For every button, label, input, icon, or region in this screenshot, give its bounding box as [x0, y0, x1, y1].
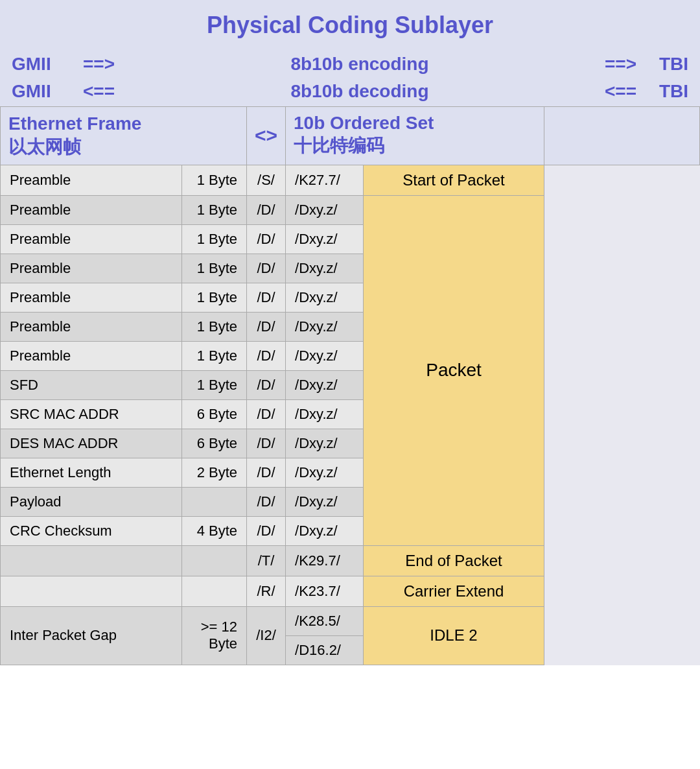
table-row: Preamble 1 Byte /D/ /Dxy.z/	[1, 224, 700, 254]
page-container: Physical Coding Sublayer GMII ==> 8b10b …	[0, 0, 700, 665]
header-desc-empty	[544, 107, 700, 165]
row-code2: /Dxy.z/	[286, 516, 364, 545]
row-code1: /D/	[247, 399, 286, 429]
row-code1: /S/	[247, 165, 286, 195]
table-row: DES MAC ADDR 6 Byte /D/ /Dxy.z/	[1, 429, 700, 458]
table-row: Preamble 1 Byte /D/ /Dxy.z/	[1, 312, 700, 341]
row-code1: /D/	[247, 312, 286, 341]
row-name: Preamble	[1, 195, 182, 224]
row-name: CRC Checksum	[1, 516, 182, 545]
row-size: 1 Byte	[182, 370, 247, 399]
row-code2: /Dxy.z/	[286, 224, 364, 254]
gmii-section: GMII ==> 8b10b encoding ==> TBI GMII <==…	[0, 48, 700, 106]
gmii-row-1: GMII ==> 8b10b encoding ==> TBI	[12, 51, 688, 78]
row-name: Preamble	[1, 224, 182, 254]
table-row: Preamble 1 Byte /D/ /Dxy.z/	[1, 254, 700, 283]
row-size: 6 Byte	[182, 399, 247, 429]
row-size: 1 Byte	[182, 195, 247, 224]
gmii-arrow-1: ==>	[83, 51, 135, 78]
gmii-row-2: GMII <== 8b10b decoding <== TBI	[12, 78, 688, 105]
main-title: Physical Coding Sublayer	[0, 12, 700, 39]
table-row: CRC Checksum 4 Byte /D/ /Dxy.z/	[1, 516, 700, 545]
row-code1: /D/	[247, 370, 286, 399]
inter-packet-gap-row: Inter Packet Gap >= 12 Byte /I2/ /K28.5/…	[1, 606, 700, 635]
row-name: Preamble	[1, 254, 182, 283]
row-name: Preamble	[1, 341, 182, 370]
row-size: 1 Byte	[182, 224, 247, 254]
gmii-label-2: GMII	[12, 78, 83, 105]
table-row: Preamble 1 Byte /D/ /Dxy.z/ Packet	[1, 195, 700, 224]
start-of-packet: Start of Packet	[364, 165, 544, 195]
row-name: Preamble	[1, 312, 182, 341]
row-name	[1, 576, 182, 606]
gmii-arrow2-2: <==	[585, 78, 636, 105]
row-code1: /D/	[247, 224, 286, 254]
table-row: Payload /D/ /Dxy.z/	[1, 487, 700, 516]
row-code1: /D/	[247, 254, 286, 283]
ipg-code2-1: /K28.5/	[286, 606, 364, 635]
row-size: 4 Byte	[182, 516, 247, 545]
row-code2: /Dxy.z/	[286, 195, 364, 224]
row-code2: /Dxy.z/	[286, 370, 364, 399]
row-name: DES MAC ADDR	[1, 429, 182, 458]
row-code2: /Dxy.z/	[286, 458, 364, 487]
table-row: /R/ /K23.7/ Carrier Extend	[1, 576, 700, 606]
row-size: 1 Byte	[182, 341, 247, 370]
row-code2: /Dxy.z/	[286, 312, 364, 341]
row-code2: /Dxy.z/	[286, 341, 364, 370]
row-code1: /R/	[247, 576, 286, 606]
header-arrow: <>	[247, 107, 286, 165]
table-row: Preamble 1 Byte /D/ /Dxy.z/	[1, 283, 700, 312]
row-code2: /K27.7/	[286, 165, 364, 195]
row-code2: /Dxy.z/	[286, 399, 364, 429]
gmii-encoding-2: 8b10b decoding	[135, 78, 585, 105]
gmii-arrow-2: <==	[83, 78, 135, 105]
ipg-code2-2: /D16.2/	[286, 635, 364, 665]
table-row: SRC MAC ADDR 6 Byte /D/ /Dxy.z/	[1, 399, 700, 429]
header-ordered: 10b Ordered Set 十比特编码	[286, 107, 544, 165]
end-of-packet: End of Packet	[364, 545, 544, 576]
row-code2: /Dxy.z/	[286, 283, 364, 312]
title-bar: Physical Coding Sublayer	[0, 0, 700, 48]
row-size: 1 Byte	[182, 312, 247, 341]
row-code1: /D/	[247, 487, 286, 516]
row-size: 1 Byte	[182, 254, 247, 283]
row-size: 1 Byte	[182, 165, 247, 195]
gmii-label-1: GMII	[12, 51, 83, 78]
gmii-tbi-2: TBI	[636, 78, 688, 105]
row-size: 2 Byte	[182, 458, 247, 487]
row-code2: /Dxy.z/	[286, 429, 364, 458]
row-name: SFD	[1, 370, 182, 399]
table-row: Preamble 1 Byte /D/ /Dxy.z/	[1, 341, 700, 370]
row-code2: /Dxy.z/	[286, 254, 364, 283]
row-size	[182, 487, 247, 516]
table-row: Preamble 1 Byte /S/ /K27.7/ Start of Pac…	[1, 165, 700, 195]
row-name: SRC MAC ADDR	[1, 399, 182, 429]
row-code1: /D/	[247, 195, 286, 224]
row-size	[182, 545, 247, 576]
gmii-encoding-1: 8b10b encoding	[135, 51, 585, 78]
row-size: 1 Byte	[182, 283, 247, 312]
row-name	[1, 545, 182, 576]
carrier-extend: Carrier Extend	[364, 576, 544, 606]
ipg-desc: IDLE 2	[364, 606, 544, 665]
table-header: Ethernet Frame 以太网帧 <> 10b Ordered Set 十…	[1, 107, 700, 165]
row-code2: /Dxy.z/	[286, 487, 364, 516]
packet-cell: Packet	[364, 195, 544, 545]
table-row: SFD 1 Byte /D/ /Dxy.z/	[1, 370, 700, 399]
row-size: 6 Byte	[182, 429, 247, 458]
row-code2: /K23.7/	[286, 576, 364, 606]
ipg-name: Inter Packet Gap	[1, 606, 182, 665]
gmii-arrow2-1: ==>	[585, 51, 636, 78]
ipg-size: >= 12 Byte	[182, 606, 247, 665]
row-code1: /D/	[247, 283, 286, 312]
row-code1: /D/	[247, 458, 286, 487]
row-code1: /D/	[247, 516, 286, 545]
row-name: Preamble	[1, 283, 182, 312]
main-table: Ethernet Frame 以太网帧 <> 10b Ordered Set 十…	[0, 106, 700, 665]
gmii-tbi-1: TBI	[636, 51, 688, 78]
row-name: Preamble	[1, 165, 182, 195]
row-name: Payload	[1, 487, 182, 516]
table-row: Ethernet Length 2 Byte /D/ /Dxy.z/	[1, 458, 700, 487]
header-eth: Ethernet Frame 以太网帧	[1, 107, 247, 165]
